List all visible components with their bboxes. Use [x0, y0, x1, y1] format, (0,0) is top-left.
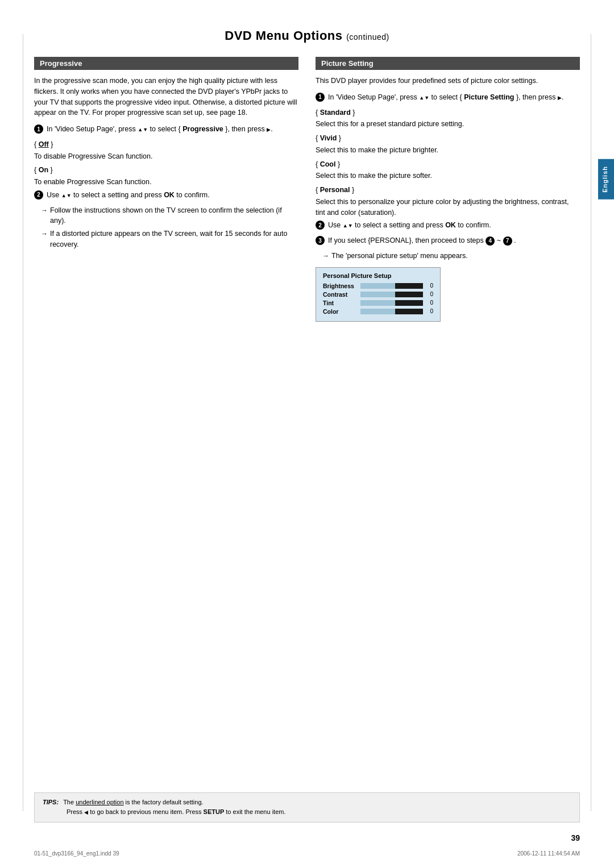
- personal-desc: Select this to personalize your picture …: [316, 197, 580, 218]
- footer-left: 01-51_dvp3166_94_eng1.indd 39: [34, 850, 119, 857]
- on-label: On: [39, 166, 48, 174]
- pic-down-icon: [424, 93, 429, 101]
- personal-brace: { Personal }: [316, 185, 580, 196]
- progressive-intro: In the progressive scan mode, you can en…: [34, 76, 298, 118]
- pic-step1-content: In 'Video Setup Page', press to select {…: [328, 92, 580, 103]
- pic-step1-number: 1: [316, 93, 325, 102]
- off-desc: To disable Progressive Scan function.: [34, 151, 298, 162]
- pic-right-icon: [558, 93, 562, 101]
- pps-color-fill: [360, 309, 395, 314]
- up-arrow2-icon: [61, 191, 67, 199]
- footer-right: 2006-12-11 11:44:54 AM: [517, 850, 580, 857]
- pps-brightness-bar: [360, 283, 423, 289]
- cool-brace: { Cool }: [316, 159, 580, 170]
- pps-contrast-label: Contrast: [323, 291, 357, 298]
- pps-contrast-row: Contrast 0: [323, 291, 433, 298]
- pps-contrast-bar: [360, 292, 423, 297]
- step7-circle: 7: [503, 236, 512, 246]
- pic-arrow-text: The 'personal picture setup' menu appear…: [331, 251, 468, 261]
- right-arrow-icon: [267, 125, 271, 133]
- pic-step2-content: Use to select a setting and press OK to …: [328, 220, 580, 231]
- progressive-step1: 1 In 'Video Setup Page', press to select…: [34, 124, 298, 135]
- pps-contrast-fill: [360, 292, 395, 297]
- picture-setting-intro: This DVD player provides four predefined…: [316, 76, 580, 86]
- tips-section: TIPS: The underlined option is the facto…: [34, 792, 580, 823]
- pps-tint-row: Tint 0: [323, 300, 433, 306]
- page-container: English DVD Menu Options (continued) Pro…: [0, 0, 614, 868]
- arrow-item-1: → Follow the instructions shown on the T…: [41, 205, 298, 227]
- picture-setting-header: Picture Setting: [316, 57, 580, 70]
- pps-tint-value: 0: [426, 300, 433, 306]
- pps-color-bar: [360, 309, 423, 314]
- english-tab: English: [598, 159, 614, 200]
- picture-step2: 2 Use to select a setting and press OK t…: [316, 220, 580, 231]
- footer-info: 01-51_dvp3166_94_eng1.indd 39 2006-12-11…: [34, 850, 580, 857]
- pps-brightness-row: Brightness 0: [323, 283, 433, 289]
- right-column: Picture Setting This DVD player provides…: [316, 57, 580, 322]
- pic-step2-number: 2: [316, 221, 325, 230]
- page-title: DVD Menu Options (continued): [34, 28, 580, 43]
- pic-step3-number: 3: [316, 236, 325, 245]
- personal-label: Personal: [320, 186, 350, 194]
- progressive-bold: Progressive: [182, 125, 223, 133]
- border-right: [591, 34, 591, 811]
- vivid-brace: { Vivid }: [316, 133, 580, 144]
- picture-step1: 1 In 'Video Setup Page', press to select…: [316, 92, 580, 103]
- pps-brightness-fill: [360, 283, 395, 289]
- pps-tint-bar: [360, 300, 423, 306]
- pic-down2-icon: [348, 221, 353, 229]
- pps-color-value: 0: [426, 308, 433, 314]
- cool-desc: Select this to make the picture softer.: [316, 171, 580, 181]
- ok-bold1: OK: [164, 191, 175, 199]
- down-arrow2-icon: [67, 191, 72, 199]
- vivid-label: Vivid: [320, 134, 337, 142]
- step2-number: 2: [34, 190, 43, 200]
- tips-left-icon: [84, 808, 88, 815]
- pps-title: Personal Picture Setup: [323, 272, 433, 279]
- picture-step3: 3 If you select {PERSONAL}, then proceed…: [316, 235, 580, 246]
- tips-setup-bold: SETUP: [204, 808, 225, 815]
- pps-tint-label: Tint: [323, 300, 357, 306]
- ok-bold2: OK: [445, 221, 456, 229]
- arrow-text-2: If a distorted picture appears on the TV…: [50, 229, 298, 250]
- pic-step3-content: If you select {PERSONAL}, then proceed t…: [328, 235, 580, 246]
- picture-setting-bold: Picture Setting: [464, 93, 514, 101]
- standard-brace: { Standard }: [316, 107, 580, 118]
- cool-label: Cool: [320, 160, 336, 168]
- standard-desc: Select this for a preset standard pictur…: [316, 119, 580, 130]
- standard-label: Standard: [320, 109, 351, 117]
- pic-arrow-item: → The 'personal picture setup' menu appe…: [322, 251, 580, 261]
- title-continued: (continued): [346, 32, 389, 41]
- pic-up-icon: [419, 93, 424, 101]
- tips-line1: The underlined option is the factory def…: [63, 798, 203, 808]
- tips-label: TIPS:: [43, 798, 59, 808]
- tips-spacer: [43, 807, 62, 817]
- on-desc: To enable Progressive Scan function.: [34, 177, 298, 188]
- pic-up2-icon: [343, 221, 348, 229]
- off-brace-item: { Off }: [34, 139, 298, 150]
- pps-color-label: Color: [323, 308, 357, 315]
- progressive-step2: 2 Use to select a setting and press OK t…: [34, 190, 298, 201]
- pps-brightness-value: 0: [426, 283, 433, 289]
- tips-row1: TIPS: The underlined option is the facto…: [43, 798, 571, 808]
- on-brace-item: { On }: [34, 165, 298, 176]
- up-arrow-icon: [138, 125, 143, 133]
- pps-contrast-value: 0: [426, 291, 433, 297]
- content-columns: Progressive In the progressive scan mode…: [34, 57, 580, 322]
- step4-circle: 4: [486, 236, 495, 246]
- step1-content: In 'Video Setup Page', press to select {…: [47, 124, 298, 135]
- down-arrow-icon: [143, 125, 148, 133]
- page-number: 39: [571, 833, 580, 842]
- vivid-desc: Select this to make the picture brighter…: [316, 145, 580, 156]
- off-label: Off: [39, 140, 49, 148]
- step2-content: Use to select a setting and press OK to …: [47, 190, 298, 201]
- pps-color-row: Color 0: [323, 308, 433, 315]
- pic-arrow-symbol: →: [322, 251, 329, 261]
- arrow-item-2: → If a distorted picture appears on the …: [41, 229, 298, 250]
- border-left: [23, 34, 23, 811]
- progressive-header: Progressive: [34, 57, 298, 70]
- tips-row2: Press to go back to previous menu item. …: [43, 807, 571, 817]
- arrow-text-1: Follow the instructions shown on the TV …: [50, 205, 298, 227]
- pps-tint-fill: [360, 300, 395, 306]
- title-text: DVD Menu Options: [225, 28, 342, 43]
